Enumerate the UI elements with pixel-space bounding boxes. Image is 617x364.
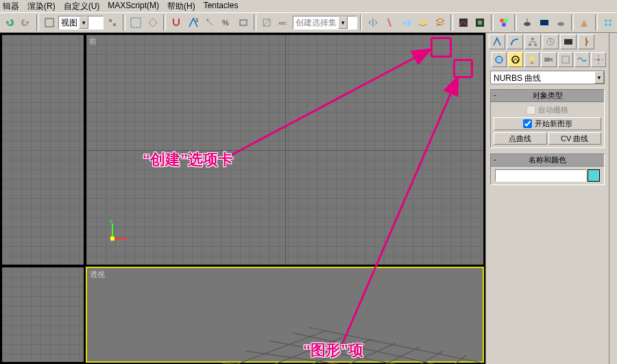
percent-button[interactable]: % xyxy=(219,14,234,31)
svg-point-16 xyxy=(504,19,508,23)
svg-point-53 xyxy=(597,58,600,61)
render-setup-button[interactable] xyxy=(520,14,535,31)
cv-curve-button[interactable]: CV 曲线 xyxy=(548,132,602,145)
viewport-perspective[interactable]: 透视 xyxy=(86,267,484,363)
motion-tab[interactable] xyxy=(542,34,559,49)
svg-point-6 xyxy=(207,19,209,21)
systems-subtab[interactable] xyxy=(591,52,606,67)
svg-point-50 xyxy=(530,56,534,60)
svg-rect-12 xyxy=(459,19,468,27)
menu-tentacles[interactable]: Tentacles xyxy=(204,1,239,12)
tool-button[interactable] xyxy=(105,14,120,31)
display-tab[interactable] xyxy=(560,34,577,49)
separator xyxy=(123,14,125,31)
svg-rect-52 xyxy=(562,56,569,63)
object-name-input[interactable] xyxy=(495,169,586,182)
separator xyxy=(595,14,598,31)
spacewarps-subtab[interactable] xyxy=(574,52,590,67)
selection-filter-button[interactable] xyxy=(145,14,160,31)
redo-button[interactable] xyxy=(18,14,33,31)
lights-subtab[interactable] xyxy=(524,52,540,67)
main-toolbar: 视图 ▼ 3 % ABC 创建选择集 ▼ xyxy=(0,12,617,33)
viewport-top-left[interactable] xyxy=(1,34,84,265)
svg-point-18 xyxy=(524,22,531,26)
selection-set-dropdown[interactable]: 创建选择集 ▼ xyxy=(293,16,356,29)
tool-b-button[interactable] xyxy=(601,14,616,31)
viewport-persp-label: 透视 xyxy=(90,269,105,280)
selection-all-button[interactable] xyxy=(128,14,143,31)
schematic-view-button[interactable] xyxy=(472,14,487,31)
material-editor-button[interactable] xyxy=(496,14,511,31)
svg-rect-14 xyxy=(478,21,482,25)
svg-point-17 xyxy=(502,23,506,27)
svg-rect-19 xyxy=(540,20,548,25)
viewport-bottom-left[interactable] xyxy=(1,267,84,363)
rollout-header[interactable]: - 对象类型 xyxy=(491,90,604,102)
menu-render[interactable]: 渲染(R) xyxy=(27,1,56,12)
svg-rect-44 xyxy=(529,44,531,46)
create-type-dropdown[interactable]: NURBS 曲线 ▼ xyxy=(490,71,605,84)
name-color-rollout: - 名称和颜色 xyxy=(490,154,605,185)
angle-snap-button[interactable]: 3 xyxy=(185,14,200,31)
layer-manager-button[interactable] xyxy=(432,14,447,31)
modify-tab[interactable] xyxy=(507,34,523,49)
cameras-subtab[interactable] xyxy=(541,52,556,67)
hierarchy-tab[interactable] xyxy=(524,34,541,49)
utilities-tab[interactable] xyxy=(578,34,594,49)
abc-button[interactable]: ABC xyxy=(276,14,291,31)
menu-custom[interactable]: 自定义(U) xyxy=(64,1,100,12)
separator xyxy=(36,14,39,31)
svg-text:z: z xyxy=(110,218,112,224)
svg-rect-43 xyxy=(531,38,534,40)
helpers-subtab[interactable] xyxy=(558,52,573,67)
menu-editor[interactable]: 辑器 xyxy=(3,1,19,12)
start-shape-checkbox[interactable] xyxy=(523,119,532,128)
svg-rect-3 xyxy=(131,18,141,27)
snap-button[interactable] xyxy=(169,14,184,31)
object-color-swatch[interactable] xyxy=(588,169,600,182)
menu-help[interactable]: 帮助(H) xyxy=(167,1,195,12)
tool-a-button[interactable] xyxy=(577,14,592,31)
svg-rect-11 xyxy=(407,20,411,26)
viewport-front[interactable]: 前 x z xyxy=(86,34,484,265)
geometry-subtab[interactable] xyxy=(492,52,507,67)
svg-marker-4 xyxy=(149,19,157,27)
point-curve-button[interactable]: 点曲线 xyxy=(494,132,547,145)
percent-snap-button[interactable] xyxy=(202,14,217,31)
rollout-header[interactable]: - 名称和颜色 xyxy=(491,154,604,167)
command-panel: NURBS 曲线 ▼ - 对象类型 自动栅格 开始新图形 点曲线 C xyxy=(485,33,609,364)
viewport-area: 前 x z 透视 xyxy=(0,33,485,364)
spinner-snap-button[interactable] xyxy=(236,14,251,31)
svg-point-24 xyxy=(609,23,612,26)
chevron-down-icon: ▼ xyxy=(338,16,348,29)
separator xyxy=(571,14,574,31)
svg-text:3: 3 xyxy=(195,18,198,23)
panel-scroll-strip[interactable] xyxy=(609,33,617,364)
layers-button[interactable] xyxy=(415,14,431,31)
create-tab[interactable] xyxy=(489,34,505,49)
separator xyxy=(254,14,256,31)
start-new-shape-button[interactable]: 开始新图形 xyxy=(494,117,601,130)
select-link-button[interactable] xyxy=(42,14,57,31)
array-button[interactable] xyxy=(382,14,397,31)
svg-rect-29 xyxy=(110,236,114,241)
quick-render-button[interactable] xyxy=(553,14,568,31)
mirror-button[interactable] xyxy=(365,14,380,31)
chevron-down-icon: ▼ xyxy=(79,16,88,29)
curve-editor-button[interactable] xyxy=(456,14,471,31)
svg-text:x: x xyxy=(129,236,132,243)
svg-point-49 xyxy=(512,56,519,63)
svg-point-48 xyxy=(496,56,503,63)
align-button[interactable] xyxy=(398,14,413,31)
menu-maxscript[interactable]: MAXScript(M) xyxy=(108,1,159,12)
render-frame-button[interactable] xyxy=(536,14,551,31)
svg-point-23 xyxy=(605,23,607,26)
undo-button[interactable] xyxy=(1,14,16,31)
shapes-subtab[interactable] xyxy=(508,52,523,67)
named-selection-button[interactable] xyxy=(259,14,274,31)
view-dropdown[interactable]: 视图 ▼ xyxy=(58,16,103,29)
viewport-front-label: 前 xyxy=(89,36,97,47)
separator xyxy=(450,14,453,31)
menu-bar: 辑器 渲染(R) 自定义(U) MAXScript(M) 帮助(H) Tenta… xyxy=(0,0,617,12)
svg-text:ABC: ABC xyxy=(278,21,287,25)
